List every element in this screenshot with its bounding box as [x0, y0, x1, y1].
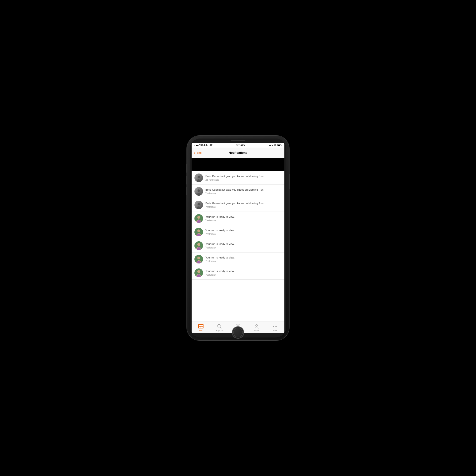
notifications-list: Boris Guenebaut gave you kudos on Mornin… — [192, 171, 284, 280]
explore-icon — [217, 324, 222, 329]
notification-text: Your run is ready to view. — [205, 215, 282, 219]
more-dot-2 — [275, 326, 276, 327]
tab-profile-label: Profile — [254, 329, 259, 332]
svg-point-4 — [197, 216, 200, 219]
notification-time: Yesterday — [205, 192, 282, 195]
back-button[interactable]: ‹ Feed — [194, 151, 202, 155]
headphones-icon: 🎧 — [274, 144, 276, 146]
content-area[interactable]: Boris Guenebaut gave you kudos on Mornin… — [192, 158, 284, 322]
svg-line-14 — [220, 327, 221, 328]
status-bar: T-Mobile LTE 12:13 PM ⊕ ➤ 🎧 — [192, 143, 284, 148]
avatar — [194, 187, 203, 196]
svg-point-6 — [197, 229, 200, 232]
phone-frame: T-Mobile LTE 12:13 PM ⊕ ➤ 🎧 — [187, 136, 289, 340]
profile-icon — [254, 324, 259, 329]
notification-text: Your run is ready to view. — [205, 256, 282, 259]
tab-feed-label: Feed — [199, 329, 203, 332]
navigation-bar: ‹ Feed Notifications — [192, 148, 284, 158]
top-banner — [192, 158, 284, 171]
notification-text: Boris Guenebaut gave you kudos on Mornin… — [205, 188, 282, 191]
notification-content: Boris Guenebaut gave you kudos on Mornin… — [205, 188, 282, 194]
avatar — [194, 255, 203, 263]
back-arrow-icon: ‹ — [194, 151, 195, 155]
svg-point-8 — [197, 243, 200, 246]
notification-content: Boris Guenebaut gave you kudos on Mornin… — [205, 174, 282, 181]
tab-profile[interactable]: Profile — [247, 324, 266, 332]
signal-indicator — [194, 145, 199, 146]
svg-point-13 — [218, 324, 221, 327]
more-icon — [272, 324, 278, 329]
avatar — [194, 241, 203, 250]
avatar — [194, 173, 203, 182]
notification-time: Yesterday — [205, 233, 282, 235]
avatar — [194, 201, 203, 209]
status-right: ⊕ ➤ 🎧 — [269, 144, 282, 146]
tab-more[interactable]: More — [266, 324, 284, 332]
svg-point-10 — [197, 256, 200, 259]
notification-content: Boris Guenebaut gave you kudos on Mornin… — [205, 202, 282, 208]
notification-item[interactable]: Boris Guenebaut gave you kudos on Mornin… — [192, 198, 284, 212]
home-button-inner — [233, 328, 243, 337]
notification-item[interactable]: Boris Guenebaut gave you kudos on Mornin… — [192, 185, 284, 198]
svg-point-17 — [255, 324, 257, 326]
notification-text: Boris Guenebaut gave you kudos on Mornin… — [205, 174, 282, 178]
back-label: Feed — [196, 151, 202, 154]
tab-more-label: More — [273, 329, 277, 332]
feed-icon — [198, 324, 204, 329]
notification-time: Yesterday — [205, 206, 282, 208]
carrier-label: T-Mobile — [199, 144, 208, 146]
battery-indicator — [277, 144, 282, 146]
notification-item[interactable]: Your run is ready to view. Yesterday — [192, 225, 284, 239]
speaker-grille — [231, 140, 245, 141]
notification-time: Yesterday — [205, 219, 282, 222]
notification-time: Yesterday — [205, 246, 282, 249]
phone-screen: T-Mobile LTE 12:13 PM ⊕ ➤ 🎧 — [192, 143, 284, 333]
page-title: Notifications — [229, 151, 248, 154]
svg-point-2 — [198, 203, 200, 205]
notification-item[interactable]: Your run is ready to view. Yesterday — [192, 239, 284, 253]
notification-item[interactable]: Boris Guenebaut gave you kudos on Mornin… — [192, 171, 284, 185]
avatar — [194, 269, 203, 277]
home-button[interactable] — [232, 326, 244, 339]
notification-time: 23 hours ago — [205, 178, 282, 181]
phone-top-bar — [192, 138, 284, 143]
signal-dot-3 — [197, 145, 199, 146]
notification-content: Your run is ready to view. Yesterday — [205, 242, 282, 249]
more-dot-3 — [276, 326, 277, 327]
avatar — [194, 214, 203, 223]
status-time: 12:13 PM — [236, 144, 245, 146]
notification-text: Boris Guenebaut gave you kudos on Mornin… — [205, 202, 282, 205]
signal-dot-1 — [194, 145, 195, 146]
svg-point-12 — [197, 270, 200, 273]
svg-point-0 — [198, 176, 200, 178]
notification-content: Your run is ready to view. Yesterday — [205, 256, 282, 262]
notification-text: Your run is ready to view. — [205, 229, 282, 232]
more-dot-1 — [273, 326, 274, 327]
notification-text: Your run is ready to view. — [205, 270, 282, 273]
avatar — [194, 228, 203, 236]
notification-item[interactable]: Your run is ready to view. Yesterday — [192, 266, 284, 280]
location-icon: ⊕ — [269, 144, 271, 146]
notification-item[interactable]: Your run is ready to view. Yesterday — [192, 253, 284, 266]
tab-feed[interactable]: Feed — [192, 324, 210, 332]
status-left: T-Mobile LTE — [194, 144, 213, 146]
notification-content: Your run is ready to view. Yesterday — [205, 229, 282, 235]
signal-dot-2 — [196, 145, 197, 146]
notification-time: Yesterday — [205, 273, 282, 276]
notification-text: Your run is ready to view. — [205, 242, 282, 246]
notification-item[interactable]: Your run is ready to view. Yesterday — [192, 212, 284, 225]
notification-time: Yesterday — [205, 260, 282, 262]
network-label: LTE — [209, 144, 213, 146]
gps-icon: ➤ — [272, 144, 273, 146]
svg-point-1 — [198, 189, 200, 192]
tab-explore-label: Explore — [216, 329, 222, 332]
tab-explore[interactable]: Explore — [210, 324, 229, 332]
notification-content: Your run is ready to view. Yesterday — [205, 270, 282, 276]
notification-content: Your run is ready to view. Yesterday — [205, 215, 282, 221]
